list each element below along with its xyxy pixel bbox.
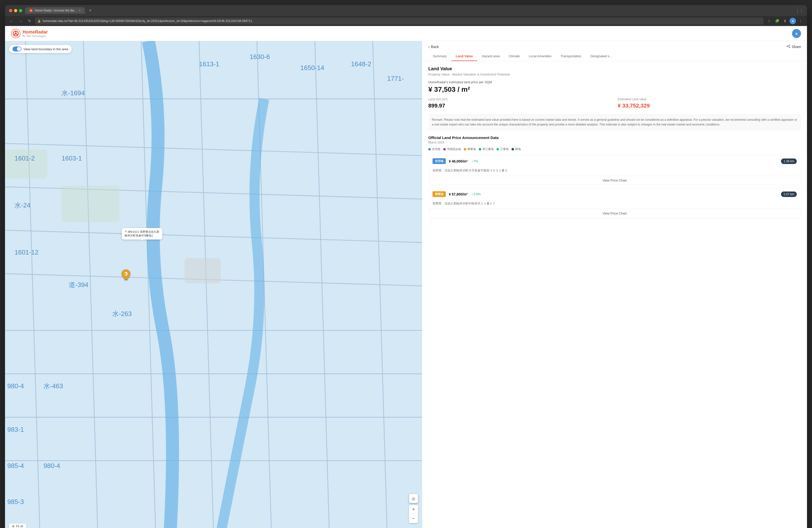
legend-label-industrial: 工業地 — [500, 147, 508, 151]
back-chevron-icon: ‹ — [428, 45, 430, 49]
detail-panel: ‹ Back Share Summary Land Value — [422, 41, 807, 528]
locate-button[interactable]: ◎ — [409, 494, 418, 503]
fit-all-button[interactable]: ⊞ Fit all — [9, 524, 26, 528]
browser-options-button[interactable]: ⋮ — [797, 17, 804, 25]
svg-text:1613-1: 1613-1 — [199, 60, 219, 68]
tab-land-value[interactable]: Land Value — [451, 52, 478, 61]
logo-text: HomeRadar By Viila Technologies — [23, 29, 48, 38]
forward-button[interactable]: → — [17, 17, 24, 25]
share-label: Share — [792, 45, 801, 49]
legend-residential: 住宅地 — [428, 147, 440, 151]
official-date: March 2024 — [428, 141, 801, 144]
tab-close-button[interactable]: ✕ — [78, 9, 81, 12]
refresh-button[interactable]: ↻ — [26, 17, 33, 25]
official-title: Official Land Price Announcement Data — [428, 135, 801, 140]
detail-content[interactable]: Land Value Property Value , Market Valua… — [422, 61, 807, 528]
view-chart-2-button[interactable]: View Price Chart — [429, 209, 801, 218]
svg-rect-25 — [185, 258, 221, 283]
map-panel[interactable]: 無地-14 水-1694 1613-1 1630-6 1650-14 1648-… — [5, 41, 422, 528]
property-tooltip: 〒389-0111 長野県北佐久郡 軽井沢町長倉979番地1 — [122, 228, 162, 239]
svg-point-64 — [787, 46, 787, 47]
legend-dot-industrial — [496, 148, 499, 150]
estimated-value: ¥ 33,752,329 — [618, 103, 801, 109]
tab-designated[interactable]: Designated s... — [586, 52, 617, 61]
land-boundary-toggle[interactable]: View land boundary in the area — [9, 45, 72, 53]
zoom-controls: + − — [409, 505, 418, 523]
legend-commercial: 商業地 — [464, 147, 476, 151]
property-pin[interactable]: 9▶1 — [121, 269, 130, 282]
map-background: 無地-14 水-1694 1613-1 1630-6 1650-14 1648-… — [5, 41, 422, 528]
browser-menu-button[interactable]: ⋮⋮ — [796, 7, 803, 14]
map-icon: ⊞ — [12, 525, 14, 528]
svg-rect-24 — [61, 186, 119, 222]
price-card-1-change: ↑7% — [472, 159, 478, 163]
close-window-button[interactable] — [9, 9, 12, 12]
minimize-window-button[interactable] — [14, 9, 17, 12]
price-card-1-price: ¥ 46,000/m² — [449, 159, 468, 163]
estimated-value-item: Estimated Land value ¥ 33,752,329 — [618, 98, 801, 109]
zoom-in-button[interactable]: + — [409, 505, 418, 514]
price-card-commercial: 商業地 ¥ 57,800/m² ↑3.6% 2.07 km 長野県 北佐久郡軽井… — [428, 188, 801, 218]
url-text: homeradar.viila.co/?lat=36.3313352914252… — [43, 19, 761, 23]
back-button[interactable]: ‹ Back — [428, 45, 439, 49]
tab-local-amenities[interactable]: Local Amenities — [524, 52, 556, 61]
svg-point-3 — [15, 31, 16, 32]
tabs-row: Summary Land Value Hazard area Climate L… — [428, 52, 801, 61]
svg-text:1630-6: 1630-6 — [250, 53, 270, 60]
svg-point-2 — [15, 32, 17, 34]
remark-box: Remark: Please note that the estimated l… — [428, 114, 801, 131]
tooltip-line2: 軽井沢町長倉979番地1 — [125, 234, 159, 237]
share-icon — [787, 44, 790, 49]
header-user-area: a — [792, 29, 801, 38]
svg-text:1603-1: 1603-1 — [61, 155, 82, 162]
tab-summary[interactable]: Summary — [428, 52, 451, 61]
brand-name: HomeRadar — [23, 29, 48, 35]
address-bar[interactable]: 🔒 homeradar.viila.co/?lat=36.33133529142… — [35, 17, 764, 25]
price-card-2-distance: 2.07 km — [781, 191, 797, 197]
fit-all-label: Fit all — [16, 525, 23, 528]
section-subtitle: Property Value , Market Valuation & Inve… — [428, 73, 801, 76]
user-profile-button[interactable]: a — [789, 18, 796, 24]
svg-text:1601-2: 1601-2 — [14, 155, 35, 162]
tab-transportation[interactable]: Transportation — [556, 52, 586, 61]
view-chart-1-button[interactable]: View Price Chart — [429, 176, 801, 185]
svg-point-63 — [789, 47, 790, 48]
logo-icon — [11, 29, 20, 38]
app-header: HomeRadar By Viila Technologies a — [5, 26, 807, 41]
svg-text:985-4: 985-4 — [7, 462, 24, 469]
new-tab-button[interactable]: + — [89, 8, 91, 13]
svg-text:道-394: 道-394 — [69, 281, 88, 289]
download-button[interactable]: ⬇ — [782, 17, 788, 25]
land-size-label: Land size (m²) — [428, 98, 611, 101]
extensions-button[interactable]: 🧩 — [773, 17, 781, 25]
svg-text:水-24: 水-24 — [14, 202, 30, 209]
toggle-knob — [17, 47, 21, 51]
legend-dot-prospect — [443, 148, 446, 150]
detail-nav: ‹ Back Share — [428, 44, 801, 49]
price-card-1-address: 長野県 北佐久郡軽井沢町大字長倉字新田３６３１番３ — [429, 167, 801, 176]
tooltip-line1: 〒389-0111 長野県北佐久郡 — [125, 230, 159, 234]
back-label: Back — [431, 45, 439, 49]
zoom-out-button[interactable]: − — [409, 514, 418, 523]
app-user-button[interactable]: a — [792, 29, 801, 38]
tab-climate[interactable]: Climate — [504, 52, 524, 61]
legend-label-residential: 住宅地 — [432, 147, 440, 151]
back-button[interactable]: ← — [8, 17, 15, 25]
share-button[interactable]: Share — [787, 44, 801, 49]
legend-label-quasi: 準工業地 — [482, 147, 493, 151]
map-controls: View land boundary in the area — [9, 45, 72, 53]
browser-tab[interactable]: H Home Radar: Uncover the Be... ✕ — [25, 7, 85, 14]
toggle-label: View land boundary in the area — [24, 47, 68, 51]
bookmark-button[interactable]: ☆ — [766, 17, 772, 25]
detail-header: ‹ Back Share Summary Land Value — [422, 41, 807, 61]
tab-hazard-area[interactable]: Hazard area — [477, 52, 504, 61]
estimate-label: HomeRadar's estimated land price per SQM — [428, 80, 801, 84]
legend-label-commercial: 商業地 — [467, 147, 476, 151]
legend-prospect: 宅地見込地 — [443, 147, 461, 151]
legend-industrial: 工業地 — [496, 147, 508, 151]
toggle-switch[interactable] — [13, 46, 21, 52]
tab-title: Home Radar: Uncover the Be... — [35, 9, 76, 12]
land-values-row: Land size (m²) 899.97 Estimated Land val… — [428, 98, 801, 109]
maximize-window-button[interactable] — [19, 9, 22, 12]
svg-rect-23 — [5, 149, 47, 178]
